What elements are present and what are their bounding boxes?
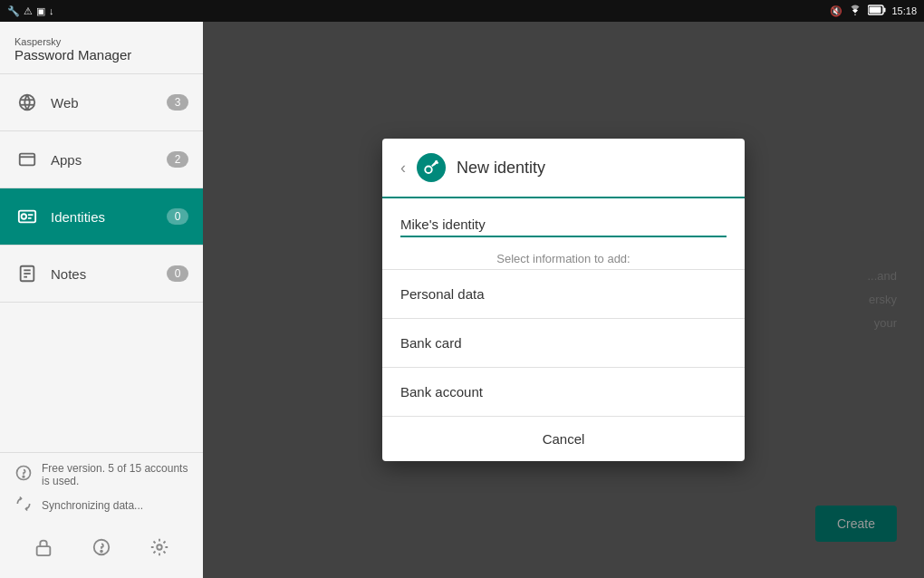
- alert-icon: ⚠: [24, 5, 33, 17]
- wifi-icon: [848, 5, 862, 17]
- lock-button[interactable]: [27, 531, 60, 564]
- app-container: Kaspersky Password Manager Web 3: [0, 22, 924, 578]
- svg-point-14: [425, 167, 432, 174]
- wrench-icon: 🔧: [7, 5, 20, 17]
- sidebar-header: Kaspersky Password Manager: [0, 22, 203, 73]
- status-icons-left: 🔧 ⚠ ▣ ↓: [7, 5, 54, 17]
- option-bank-account[interactable]: Bank account: [382, 368, 745, 416]
- sidebar: Kaspersky Password Manager Web 3: [0, 22, 203, 578]
- dialog-title: New identity: [457, 159, 545, 178]
- identities-icon: [14, 204, 40, 229]
- sidebar-item-web[interactable]: Web 3: [0, 74, 203, 130]
- battery-icon: [868, 5, 886, 17]
- sidebar-item-apps[interactable]: Apps 2: [0, 131, 203, 188]
- sync-row: Synchronizing data...: [14, 495, 188, 516]
- sidebar-notes-badge: 0: [167, 265, 188, 282]
- option-bank-card[interactable]: Bank card: [382, 319, 745, 367]
- free-version-text: Free version. 5 of 15 accounts is used.: [42, 462, 188, 487]
- svg-rect-4: [20, 154, 35, 166]
- web-icon: [14, 90, 40, 115]
- settings-button[interactable]: [143, 531, 176, 564]
- svg-point-13: [157, 544, 162, 550]
- sidebar-identities-badge: 0: [167, 208, 188, 225]
- cancel-button[interactable]: Cancel: [382, 417, 745, 461]
- app-name: Kaspersky: [14, 36, 188, 47]
- time-display: 15:18: [891, 5, 917, 16]
- app-title: Password Manager: [14, 47, 188, 63]
- option-personal-data[interactable]: Personal data: [382, 270, 745, 318]
- dialog-back-button[interactable]: ‹: [400, 159, 406, 178]
- svg-point-6: [22, 214, 26, 219]
- dialog-overlay: ‹ New identity Select information to: [203, 22, 924, 578]
- help-button[interactable]: [85, 531, 118, 564]
- sidebar-item-notes[interactable]: Notes 0: [0, 246, 203, 302]
- sidebar-apps-badge: 2: [167, 151, 188, 168]
- apps-icon: [14, 147, 40, 172]
- svg-point-3: [20, 95, 35, 111]
- sidebar-identities-label: Identities: [51, 209, 167, 225]
- screen-icon: ▣: [36, 5, 45, 17]
- sidebar-apps-label: Apps: [51, 152, 167, 168]
- mute-icon: 🔇: [830, 5, 842, 17]
- svg-rect-1: [884, 8, 886, 13]
- status-icons-right: 🔇 15:18: [830, 5, 917, 17]
- sidebar-web-label: Web: [51, 95, 167, 111]
- footer-icons: [14, 524, 188, 564]
- sync-text: Synchronizing data...: [42, 499, 143, 512]
- free-version-row: Free version. 5 of 15 accounts is used.: [14, 462, 188, 487]
- sync-icon: [14, 495, 33, 516]
- dialog-key-icon: [417, 153, 446, 182]
- notes-icon: [14, 261, 40, 286]
- dialog-header: ‹ New identity: [382, 139, 745, 198]
- svg-point-9: [23, 476, 24, 477]
- free-version-icon: [14, 464, 33, 486]
- svg-rect-10: [37, 546, 51, 555]
- dialog-input-section: [382, 198, 745, 241]
- svg-point-12: [101, 551, 102, 553]
- dialog-subtitle: Select information to add:: [382, 241, 745, 269]
- main-content: ...anderskyyour Create ‹: [203, 22, 924, 578]
- download-icon: ↓: [49, 5, 54, 16]
- identity-name-input[interactable]: [400, 213, 727, 237]
- new-identity-dialog: ‹ New identity Select information to: [382, 139, 745, 461]
- sidebar-footer: Free version. 5 of 15 accounts is used. …: [0, 452, 203, 578]
- sidebar-web-badge: 3: [167, 94, 188, 111]
- sidebar-notes-label: Notes: [51, 266, 167, 282]
- sidebar-item-identities[interactable]: Identities 0: [0, 188, 203, 245]
- svg-rect-2: [870, 7, 881, 14]
- sidebar-nav: Web 3 Apps 2: [0, 73, 203, 452]
- status-bar: 🔧 ⚠ ▣ ↓ 🔇 15:18: [0, 0, 924, 22]
